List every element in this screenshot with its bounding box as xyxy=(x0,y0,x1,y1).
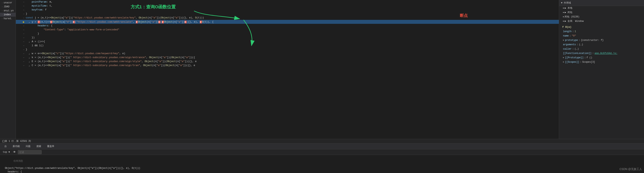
top-area: – unacor – JDAO – anyi.yo – index – hare… xyxy=(0,0,644,139)
file-item-jdao[interactable]: – JDAO xyxy=(0,5,16,9)
line-marker: – xyxy=(22,28,26,31)
code-line-15: – , k = (e,t)=>Object(a["a"])(" https://… xyxy=(16,56,559,60)
tab-console[interactable]: 台 xyxy=(2,144,10,149)
arguments-key: arguments xyxy=(563,43,576,46)
file-tree: – unacor – JDAO – anyi.yo – index – hare… xyxy=(0,0,16,139)
main-container: – unacor – JDAO – anyi.yo – index – hare… xyxy=(0,0,644,173)
code-line-16: – , E = (e,t)=>Object(a["a"])(" https://… xyxy=(16,60,559,64)
function-name-row: f O(e) xyxy=(559,25,644,29)
location-val[interactable]: app.0c6fc64d.js: xyxy=(594,52,617,55)
closure-label: ▶ 闭包 xyxy=(564,11,572,14)
code-line-13: – } xyxy=(16,48,559,52)
global-expand-icon: ▶ xyxy=(563,20,564,23)
file-item-hared[interactable]: – hared. xyxy=(0,17,16,21)
line-marker: – xyxy=(22,48,26,51)
execution-arrow-icon: ▶ xyxy=(23,20,24,24)
file-item-index[interactable]: – index xyxy=(0,13,16,17)
scope-title-label: ▼ 作用域 xyxy=(561,1,571,5)
prototype-val: {constructor: f} xyxy=(581,39,604,42)
tab-new-features[interactable]: 新功能 xyxy=(10,144,22,149)
console-filter-input[interactable] xyxy=(18,150,42,154)
bottom-tabs: 台 新功能 问题 搜索 覆盖率 xyxy=(0,143,644,149)
line-content: , k = (e,t)=>Object(a["a"])(" https://di… xyxy=(26,56,558,59)
code-line-3: – keyfrom: f xyxy=(16,8,559,12)
dash: – xyxy=(2,2,3,4)
file-label: unacor xyxy=(4,2,12,4)
line-content: } xyxy=(26,48,558,51)
name-val: "0" xyxy=(572,34,576,38)
file-item-anyi[interactable]: – anyi.yo xyxy=(0,9,16,13)
file-label: JDAO xyxy=(4,5,10,8)
length-val: 1 xyxy=(574,30,576,33)
proto2-key: [[Prototype]] xyxy=(565,56,584,60)
console-status: 任何消息 xyxy=(2,156,642,166)
file-label: hared. xyxy=(4,17,12,20)
line-content: const j = (e,t)=>Object(a["a"])("https:/… xyxy=(26,17,558,19)
tab-search[interactable]: 搜索 xyxy=(34,144,44,149)
tab-problems[interactable]: 问题 xyxy=(23,144,33,149)
line-content: , C = (e,t)=>Object(a["a"])(" https://di… xyxy=(26,64,558,67)
scope-closure-count-row[interactable]: ▶ 闭包 (8139) xyxy=(559,15,644,19)
prototype-expand-icon: ▶ xyxy=(563,39,564,42)
fn-scopes-row[interactable]: ▶ [[Scopes]] : Scopes[3] xyxy=(559,60,644,64)
line-content: l && l() xyxy=(26,44,558,47)
line-content: pointParam: m, xyxy=(26,1,558,3)
proto2-expand-icon: ▶ xyxy=(563,56,564,60)
console-line-2: headers: { xyxy=(2,170,642,173)
scope-header[interactable]: ▼ 作用域 xyxy=(559,0,644,6)
console-area: top ▼ 👁 任何消息 Object("https://dict.youdao… xyxy=(0,149,644,173)
line-content: , A = ()=>{ xyxy=(26,40,558,43)
line-marker: – xyxy=(22,52,26,55)
code-status-bar: {} 第 1 行，第 42501 列 xyxy=(0,139,644,143)
fn-prototype-row[interactable]: ▶ prototype : {constructor: f} xyxy=(559,38,644,43)
scopes-key: [[Scopes]] xyxy=(565,60,579,64)
scope-global-row[interactable]: ▶ ▶ 全局 Window xyxy=(559,19,644,24)
code-line-12: – l && l() xyxy=(16,44,559,48)
global-label: ▶ 全局 xyxy=(564,20,572,23)
code-lines: – pointParam: m, – mysticTime: t, – keyf… xyxy=(16,0,559,139)
fn-prototype2-row[interactable]: ▶ [[Prototype]] : f () xyxy=(559,56,644,60)
code-line-8: – "Content-Type": "application/x-www-for… xyxy=(16,28,559,32)
code-line-2: – mysticTime: t, xyxy=(16,4,559,8)
line-marker: – xyxy=(22,17,26,20)
dash: – xyxy=(2,10,3,12)
code-line-5: – const j = (e,t)=>Object(a["a"])("https… xyxy=(16,16,559,20)
console-content: 任何消息 Object("https://dict.youdao.com/web… xyxy=(0,155,644,173)
scope-closure-row[interactable]: ▶ ▶ 闭包 xyxy=(559,10,644,15)
line-marker: – xyxy=(22,9,26,12)
line-content: } xyxy=(26,13,558,15)
line-content: headers: { xyxy=(26,24,558,27)
line-content: } xyxy=(26,32,558,35)
console-top-dropdown[interactable]: top ▼ xyxy=(2,150,11,154)
closure-count-expand-icon: ▶ xyxy=(563,15,564,19)
window-label: Window xyxy=(575,20,584,23)
code-line-11: – , A = ()=>{ xyxy=(16,40,559,44)
console-any-message: 任何消息 xyxy=(14,160,23,162)
code-line-17: – , C = (e,t)=>Object(a["a"])(" https://… xyxy=(16,64,559,67)
line-marker: – xyxy=(22,32,26,35)
line-marker: – xyxy=(22,40,26,43)
line-marker: – xyxy=(22,44,26,47)
scope-local-row[interactable]: ▶ ▶ 本地 xyxy=(559,6,644,10)
prototype-key: prototype xyxy=(565,39,578,42)
code-line-14: – , w = e=>Object(a["c"])("https://dict.… xyxy=(16,52,559,56)
right-panel: ▼ 作用域 ▶ ▶ 本地 ▶ ▶ 闭包 ▶ 闭包 (8139) ▶ ▶ 全局 xyxy=(559,0,644,139)
closure-count-label: 闭包 (8139) xyxy=(564,15,579,19)
code-line-6: ▶ , y = D(e,t)=>▶Object(a["d"])▶("https:… xyxy=(16,20,559,24)
code-line-7: – headers: { xyxy=(16,24,559,28)
local-label: ▶ 本地 xyxy=(564,6,572,10)
arguments-val: (…) xyxy=(579,43,583,46)
proto2-val: f () xyxy=(586,56,592,60)
scopes-val: Scopes[3] xyxy=(582,60,595,64)
line-marker-arrow: ▶ xyxy=(22,20,26,24)
fn-name-row: name : "0" xyxy=(559,34,644,38)
file-label: index xyxy=(4,13,11,16)
line-content: , w = e=>Object(a["c"])("https://dict.yo… xyxy=(26,52,558,55)
function-name-label: f O(e) xyxy=(562,25,572,29)
console-line-1: Object("https://dict.youdao.com/webtrans… xyxy=(2,166,642,170)
dash: – xyxy=(2,14,3,16)
dash: – xyxy=(2,18,3,20)
tab-coverage[interactable]: 覆盖率 xyxy=(44,144,57,149)
file-item-unacor[interactable]: – unacor xyxy=(0,1,16,5)
cursor-position: 第 1 行，第 42501 列 xyxy=(5,139,31,143)
